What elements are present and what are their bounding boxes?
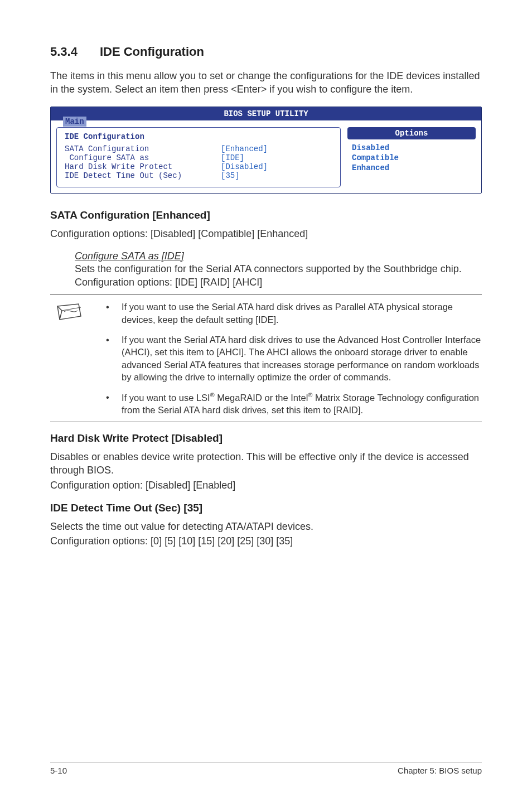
bios-tab-main[interactable]: Main <box>63 117 86 127</box>
bios-row-value: [35] <box>221 171 240 180</box>
bullet-icon: • <box>106 391 122 416</box>
bios-titlebar: BIOS SETUP UTILITY Main <box>51 107 481 120</box>
bios-row-label: IDE Detect Time Out (Sec) <box>65 171 221 180</box>
bios-row-label: SATA Configuration <box>65 144 221 153</box>
note-item: • If you want to use LSI® MegaRAID or th… <box>88 391 482 416</box>
bios-setup-utility: BIOS SETUP UTILITY Main IDE Configuratio… <box>50 107 482 194</box>
bullet-icon: • <box>106 334 122 383</box>
bios-utility-title: BIOS SETUP UTILITY <box>224 109 308 118</box>
hdwp-options: Configuration option: [Disabled] [Enable… <box>50 479 482 492</box>
bios-row-label: Hard Disk Write Protect <box>65 162 221 171</box>
section-heading: 5.3.4IDE Configuration <box>50 45 482 59</box>
configure-sata-as-heading: Configure SATA as [IDE] <box>75 250 482 262</box>
registered-mark: ® <box>210 392 215 398</box>
bios-row[interactable]: SATA Configuration [Enhanced] <box>65 144 332 153</box>
hdwp-heading: Hard Disk Write Protect [Disabled] <box>50 432 482 445</box>
ide-timeout-options: Configuration options: [0] [5] [10] [15]… <box>50 534 482 548</box>
ide-timeout-heading: IDE Detect Time Out (Sec) [35] <box>50 502 482 514</box>
bios-options-header: Options <box>347 127 476 139</box>
note-box: • If you want to use the Serial ATA hard… <box>50 294 482 422</box>
bios-row[interactable]: Hard Disk Write Protect [Disabled] <box>65 162 332 171</box>
bios-row-value: [Enhanced] <box>221 144 268 153</box>
section-title-text: IDE Configuration <box>100 45 204 59</box>
sata-config-options: Configuration options: [Disabled] [Compa… <box>50 227 482 240</box>
bios-option[interactable]: Disabled <box>352 143 476 153</box>
bios-options-panel: Options Disabled Compatible Enhanced <box>347 127 476 187</box>
ide-timeout-text: Selects the time out value for detecting… <box>50 520 482 533</box>
bios-row[interactable]: Configure SATA as [IDE] <box>65 153 332 162</box>
bios-row-value: [Disabled] <box>221 162 268 171</box>
note-icon <box>56 303 82 322</box>
bios-option[interactable]: Enhanced <box>352 163 476 173</box>
section-intro: The items in this menu allow you to set … <box>50 69 482 96</box>
bios-settings-panel: IDE Configuration SATA Configuration [En… <box>56 127 341 187</box>
configure-sata-as-text: Sets the configuration for the Serial AT… <box>75 262 482 289</box>
bios-panel-heading: IDE Configuration <box>65 132 332 141</box>
hdwp-text: Disables or enables device write protect… <box>50 450 482 477</box>
bios-row-label: Configure SATA as <box>65 153 221 162</box>
note-text-2: If you want the Serial ATA hard disk dri… <box>122 334 482 383</box>
page-number: 5-10 <box>50 766 67 775</box>
bios-row-value: [IDE] <box>221 153 244 162</box>
bios-row[interactable]: IDE Detect Time Out (Sec) [35] <box>65 171 332 180</box>
page-footer: 5-10 Chapter 5: BIOS setup <box>50 762 482 775</box>
note-item: • If you want to use the Serial ATA hard… <box>88 301 482 326</box>
note-item: • If you want the Serial ATA hard disk d… <box>88 334 482 383</box>
bios-option[interactable]: Compatible <box>352 153 476 163</box>
note-text-3: If you want to use LSI® MegaRAID or the … <box>122 391 482 416</box>
note-text-1: If you want to use the Serial ATA hard d… <box>122 301 482 326</box>
section-number: 5.3.4 <box>50 45 78 59</box>
chapter-label: Chapter 5: BIOS setup <box>398 766 482 775</box>
bullet-icon: • <box>106 301 122 326</box>
sata-config-heading: SATA Configuration [Enhanced] <box>50 209 482 221</box>
